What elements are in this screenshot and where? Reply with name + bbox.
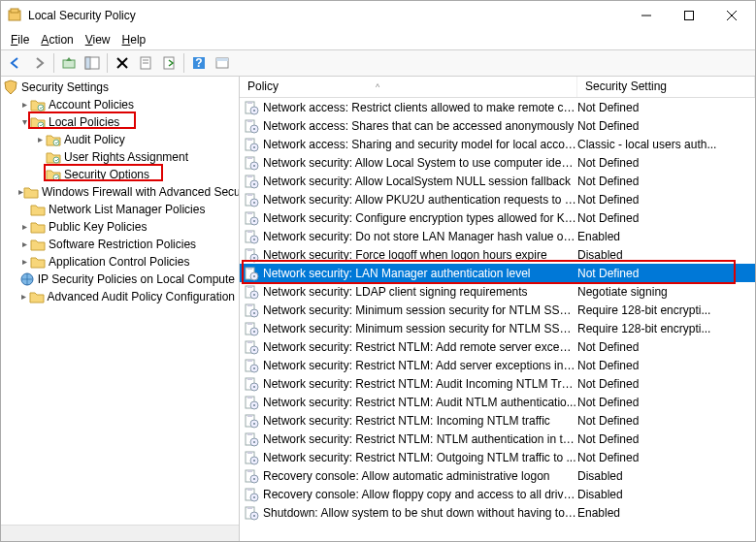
policy-row[interactable]: Network security: LDAP client signing re… [240,282,755,301]
tree-item-label: Audit Policy [64,133,125,146]
policy-row[interactable]: Network security: Do not store LAN Manag… [240,227,755,245]
policy-row[interactable]: Network security: Restrict NTLM: Add rem… [240,337,755,356]
policy-setting: Not Defined [577,175,755,188]
tree-item[interactable]: ▸Advanced Audit Policy Configuration [1,288,239,305]
policy-row[interactable]: Network security: Allow LocalSystem NULL… [240,172,755,190]
policy-setting: Negotiate signing [577,285,755,299]
svg-rect-114 [247,507,252,509]
show-hide-tree-button[interactable] [82,52,103,74]
policy-row[interactable]: Shutdown: Allow system to be shut down w… [240,503,755,522]
refresh-button[interactable] [212,52,233,74]
tree-hscroll[interactable] [1,525,239,541]
tree-expander[interactable]: ▾ [18,116,30,128]
policy-row[interactable]: Network security: Restrict NTLM: Add ser… [240,356,755,374]
folder-policy-icon [46,167,61,182]
tree-item[interactable]: ▸Audit Policy [1,131,239,148]
menu-help[interactable]: Help [116,31,152,48]
svg-rect-44 [253,183,255,185]
tree-item[interactable]: Network List Manager Policies [1,201,239,218]
tree-pane[interactable]: Security Settings ▸Account Policies▾Loca… [1,77,240,541]
policy-name: Network security: Restrict NTLM: NTLM au… [263,432,577,446]
tree-item[interactable]: User Rights Assignment [1,148,239,166]
tree-expander[interactable]: ▸ [18,256,30,268]
tree-item[interactable]: ▸Account Policies [1,96,239,113]
minimize-button[interactable] [625,2,668,29]
policy-row[interactable]: Network security: Minimum session securi… [240,301,755,319]
policy-row[interactable]: Network security: Restrict NTLM: Outgoin… [240,448,755,466]
policy-row[interactable]: Recovery console: Allow floppy copy and … [240,485,755,503]
svg-rect-88 [253,386,255,388]
svg-rect-1 [11,9,18,13]
policy-row[interactable]: Network access: Shares that can be acces… [240,116,755,135]
tree-item[interactable]: Security Options [1,166,239,183]
policy-icon [244,100,259,115]
list-header: Policy Security Setting [240,77,755,98]
tree-expander[interactable]: ▸ [18,291,29,303]
maximize-button[interactable] [668,2,710,29]
tree-item[interactable]: ▾Local Policies [1,113,239,131]
policy-row[interactable]: Network security: Force logoff when logo… [240,245,755,264]
policy-row[interactable]: Network security: Restrict NTLM: Incomin… [240,411,755,430]
forward-button[interactable] [28,52,49,74]
policy-row[interactable]: Network security: Restrict NTLM: Audit N… [240,393,755,411]
tree-root[interactable]: Security Settings [1,79,239,96]
svg-rect-8 [85,57,90,69]
properties-button[interactable] [135,52,156,74]
policy-row[interactable]: Network security: Restrict NTLM: NTLM au… [240,430,755,448]
policy-setting: Classic - local users auth... [577,138,755,151]
tree-item[interactable]: ▸Public Key Policies [1,218,239,236]
help-button[interactable]: ? [188,52,210,74]
tree-item[interactable]: ▸Application Control Policies [1,253,239,271]
svg-rect-106 [247,470,252,472]
folder-policy-icon [30,97,46,112]
menu-action[interactable]: Action [35,31,79,48]
policy-icon [244,229,259,244]
policy-setting: Enabled [577,230,755,243]
tree-item[interactable]: ▸Software Restriction Policies [1,236,239,253]
svg-rect-86 [247,378,252,380]
menu-file[interactable]: File [5,31,35,48]
list-rows[interactable]: Network access: Restrict clients allowed… [240,98,755,541]
policy-name: Network access: Sharing and security mod… [263,138,577,151]
list-pane: Policy Security Setting Network access: … [240,77,755,541]
delete-button[interactable] [112,52,133,74]
close-button[interactable] [710,2,753,29]
tree-expander[interactable]: ▸ [34,134,46,145]
policy-row[interactable]: Network security: LAN Manager authentica… [240,264,755,282]
folder-policy-icon [46,149,61,165]
tree-item[interactable]: IP Security Policies on Local Compute [1,271,239,288]
policy-row[interactable]: Network security: Minimum session securi… [240,319,755,337]
svg-rect-64 [253,275,255,277]
policy-name: Network security: Allow LocalSystem NULL… [263,175,571,188]
folder-icon [30,202,46,217]
tree-expander[interactable]: ▸ [18,239,30,250]
policy-row[interactable]: Network access: Restrict clients allowed… [240,98,755,116]
tree-expander[interactable]: ▸ [18,221,30,233]
policy-row[interactable]: Network security: Configure encryption t… [240,208,755,227]
policy-row[interactable]: Recovery console: Allow automatic admini… [240,466,755,485]
policy-setting: Not Defined [577,432,755,446]
back-button[interactable] [5,52,26,74]
up-button[interactable] [58,52,80,74]
policy-row[interactable]: Network security: Allow PKU2U authentica… [240,190,755,208]
policy-name: Network security: Minimum session securi… [263,322,577,335]
folder-policy-icon [46,132,61,147]
policy-row[interactable]: Network security: Restrict NTLM: Audit I… [240,374,755,393]
svg-point-21 [53,140,59,145]
folder-icon [30,219,46,235]
policy-name: Network security: Restrict NTLM: Audit I… [263,377,577,391]
svg-point-20 [38,122,44,128]
column-setting[interactable]: Security Setting [577,77,755,97]
svg-rect-92 [253,404,255,406]
policy-row[interactable]: Network access: Sharing and security mod… [240,135,755,153]
tree-item-label: Advanced Audit Policy Configuration [48,290,235,303]
policy-icon [244,376,259,392]
tree-expander[interactable]: ▸ [18,99,30,111]
content-area: Security Settings ▸Account Policies▾Loca… [1,77,755,541]
export-button[interactable] [158,52,180,74]
menu-view[interactable]: View [80,31,116,48]
policy-row[interactable]: Network security: Allow Local System to … [240,153,755,172]
svg-rect-116 [253,515,255,517]
column-policy[interactable]: Policy [240,77,577,97]
tree-item[interactable]: ▸Windows Firewall with Advanced Secu [1,183,239,201]
